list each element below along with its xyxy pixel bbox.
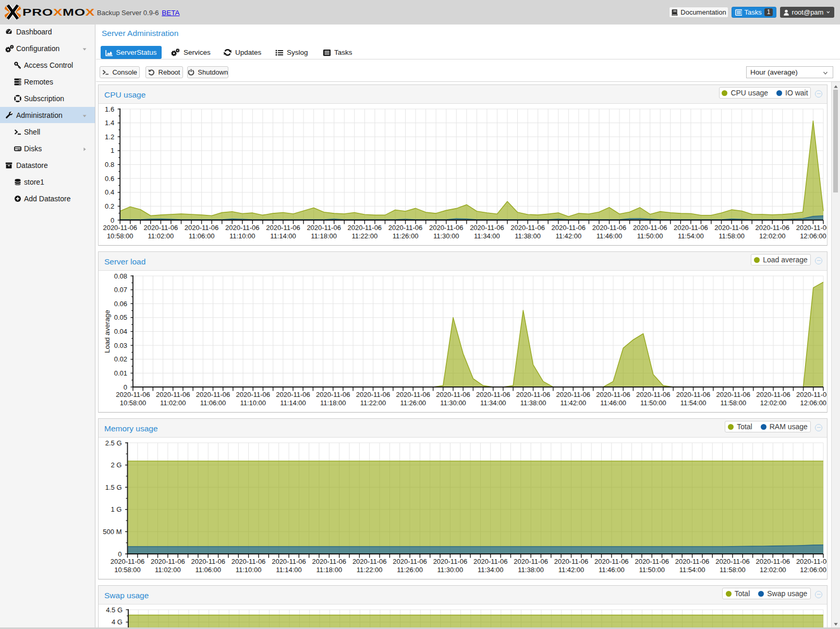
svg-text:2020-11-06: 2020-11-06 xyxy=(144,224,178,232)
svg-text:11:26:00: 11:26:00 xyxy=(400,399,426,407)
svg-text:0.05: 0.05 xyxy=(114,313,127,321)
svg-text:11:50:00: 11:50:00 xyxy=(640,399,666,407)
svg-text:12:02:00: 12:02:00 xyxy=(760,399,787,407)
svg-text:0.03: 0.03 xyxy=(114,342,127,349)
svg-text:0.6: 0.6 xyxy=(105,175,114,183)
svg-text:2020-11-06: 2020-11-06 xyxy=(636,391,671,398)
svg-text:1.5 G: 1.5 G xyxy=(105,483,122,491)
svg-text:2020-11-06: 2020-11-06 xyxy=(356,391,391,398)
svg-text:2020-11-06: 2020-11-06 xyxy=(156,391,190,398)
svg-text:11:54:00: 11:54:00 xyxy=(680,399,707,407)
svg-text:2020-11-06: 2020-11-06 xyxy=(433,558,468,565)
svg-text:11:58:00: 11:58:00 xyxy=(719,232,745,240)
svg-text:2020-11-06: 2020-11-06 xyxy=(516,391,551,398)
svg-text:1: 1 xyxy=(111,147,114,154)
svg-text:2020-11-06: 2020-11-06 xyxy=(476,391,510,398)
svg-text:2020-11-06: 2020-11-06 xyxy=(272,558,306,565)
svg-text:2020-11-06: 2020-11-06 xyxy=(396,391,431,398)
svg-text:11:14:00: 11:14:00 xyxy=(280,399,306,407)
svg-text:2020-11-06: 2020-11-06 xyxy=(185,224,219,232)
svg-text:2020-11-06: 2020-11-06 xyxy=(352,558,387,565)
svg-text:2020-11-06: 2020-11-06 xyxy=(196,391,230,398)
svg-text:11:54:00: 11:54:00 xyxy=(679,566,705,574)
svg-text:11:54:00: 11:54:00 xyxy=(678,232,704,240)
svg-text:11:02:00: 11:02:00 xyxy=(160,399,186,407)
svg-text:11:18:00: 11:18:00 xyxy=(316,566,342,574)
svg-text:10:58:00: 10:58:00 xyxy=(120,399,147,407)
svg-text:2020-11-06: 2020-11-06 xyxy=(676,391,711,398)
svg-text:12:06:00: 12:06:00 xyxy=(800,232,826,240)
svg-text:11:38:00: 11:38:00 xyxy=(515,232,541,240)
svg-text:2020-11-06: 2020-11-06 xyxy=(594,558,629,565)
svg-text:0.02: 0.02 xyxy=(114,355,127,363)
svg-text:0: 0 xyxy=(111,216,114,224)
svg-text:11:18:00: 11:18:00 xyxy=(311,232,337,240)
svg-text:2020-11-06: 2020-11-06 xyxy=(393,558,427,565)
svg-text:11:22:00: 11:22:00 xyxy=(360,399,386,407)
svg-text:1.6: 1.6 xyxy=(105,105,114,113)
svg-text:12:06:00: 12:06:00 xyxy=(800,399,827,407)
svg-text:12:06:00: 12:06:00 xyxy=(800,566,826,574)
svg-text:11:38:00: 11:38:00 xyxy=(520,399,546,407)
svg-text:500 M: 500 M xyxy=(103,528,121,536)
svg-text:2020-11-06: 2020-11-06 xyxy=(429,224,464,232)
svg-text:Load average: Load average xyxy=(103,310,111,353)
svg-text:2020-11-06: 2020-11-06 xyxy=(633,224,667,232)
svg-text:11:58:00: 11:58:00 xyxy=(720,399,746,407)
svg-text:11:38:00: 11:38:00 xyxy=(518,566,544,574)
svg-text:11:26:00: 11:26:00 xyxy=(397,566,423,574)
svg-text:0.08: 0.08 xyxy=(114,272,127,280)
svg-text:2020-11-06: 2020-11-06 xyxy=(191,558,225,565)
svg-text:2020-11-06: 2020-11-06 xyxy=(266,224,300,232)
svg-text:2020-11-06: 2020-11-06 xyxy=(225,224,260,232)
svg-text:0.2: 0.2 xyxy=(105,202,114,210)
svg-text:2020-11-06: 2020-11-06 xyxy=(596,391,630,398)
svg-text:0.01: 0.01 xyxy=(114,369,127,377)
svg-text:0.07: 0.07 xyxy=(114,286,127,294)
svg-text:4 G: 4 G xyxy=(112,618,123,626)
svg-text:4.5 G: 4.5 G xyxy=(106,606,123,614)
svg-text:12:02:00: 12:02:00 xyxy=(760,566,786,574)
svg-text:11:10:00: 11:10:00 xyxy=(229,232,255,240)
svg-text:0: 0 xyxy=(118,550,121,558)
svg-text:1.2: 1.2 xyxy=(105,133,114,141)
svg-text:11:18:00: 11:18:00 xyxy=(320,399,346,407)
svg-text:11:42:00: 11:42:00 xyxy=(558,566,585,574)
svg-text:2020-11-06: 2020-11-06 xyxy=(307,224,341,232)
svg-text:12:02:00: 12:02:00 xyxy=(759,232,786,240)
svg-text:2020-11-06: 2020-11-06 xyxy=(554,558,589,565)
svg-text:10:58:00: 10:58:00 xyxy=(107,232,133,240)
svg-text:11:06:00: 11:06:00 xyxy=(195,566,221,574)
svg-text:11:02:00: 11:02:00 xyxy=(155,566,181,574)
svg-text:2.5 G: 2.5 G xyxy=(105,439,122,447)
svg-text:2020-11-06: 2020-11-06 xyxy=(388,224,423,232)
svg-text:2020-11-06: 2020-11-06 xyxy=(236,391,270,398)
svg-text:11:22:00: 11:22:00 xyxy=(352,232,378,240)
svg-text:11:22:00: 11:22:00 xyxy=(357,566,383,574)
svg-text:2020-11-06: 2020-11-06 xyxy=(715,558,750,565)
svg-text:2020-11-06: 2020-11-06 xyxy=(635,558,669,565)
svg-text:11:30:00: 11:30:00 xyxy=(437,566,464,574)
svg-text:11:58:00: 11:58:00 xyxy=(720,566,746,574)
svg-text:0.04: 0.04 xyxy=(114,328,127,335)
svg-text:0.4: 0.4 xyxy=(105,188,114,196)
svg-text:11:34:00: 11:34:00 xyxy=(480,399,506,407)
svg-text:2020-11-06: 2020-11-06 xyxy=(514,558,548,565)
svg-text:11:30:00: 11:30:00 xyxy=(433,232,459,240)
svg-text:2020-11-06: 2020-11-06 xyxy=(312,558,347,565)
svg-text:2020-11-06: 2020-11-06 xyxy=(716,391,751,398)
svg-text:2020-11-06: 2020-11-06 xyxy=(436,391,470,398)
svg-text:2 G: 2 G xyxy=(111,461,122,469)
svg-text:2020-11-06: 2020-11-06 xyxy=(552,224,586,232)
svg-text:11:02:00: 11:02:00 xyxy=(148,232,174,240)
svg-text:2020-11-06: 2020-11-06 xyxy=(316,391,350,398)
svg-text:2020-11-06: 2020-11-06 xyxy=(674,224,708,232)
svg-text:0.06: 0.06 xyxy=(114,300,127,308)
svg-text:2020-11-06: 2020-11-06 xyxy=(796,224,827,232)
svg-text:2020-11-06: 2020-11-06 xyxy=(756,391,790,398)
svg-text:11:50:00: 11:50:00 xyxy=(637,232,663,240)
svg-text:2020-11-06: 2020-11-06 xyxy=(348,224,382,232)
svg-text:11:06:00: 11:06:00 xyxy=(200,399,226,407)
svg-text:2020-11-06: 2020-11-06 xyxy=(276,391,310,398)
svg-text:11:06:00: 11:06:00 xyxy=(189,232,215,240)
